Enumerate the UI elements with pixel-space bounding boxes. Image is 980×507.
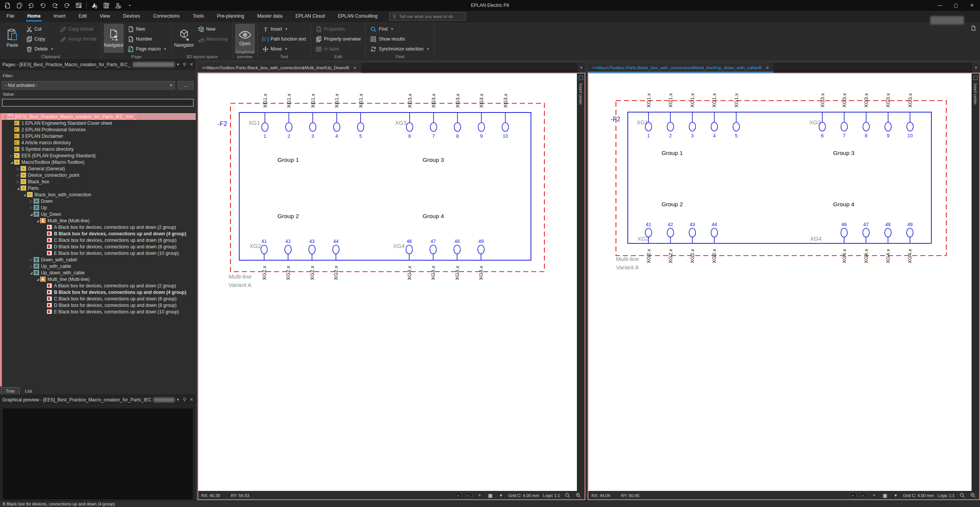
tree-item[interactable]: E Black box for devices, connections up … bbox=[2, 308, 196, 315]
schematic-canvas[interactable]: -F2XG11XG1.x2XG1.x3XG1.x4XG1.x5XG1.xXG36… bbox=[198, 73, 577, 491]
tree-item[interactable]: D Black box for devices, connections up … bbox=[2, 243, 196, 250]
ribbon-collapse-icon[interactable] bbox=[970, 25, 976, 31]
navigator-button[interactable]: Navigator bbox=[104, 24, 124, 53]
new-button[interactable]: New bbox=[125, 24, 169, 34]
caret-down-icon[interactable]: ▼ bbox=[892, 492, 899, 499]
zoom-lens-icon[interactable] bbox=[959, 492, 965, 499]
chevron-down-icon[interactable]: ▼ bbox=[168, 83, 175, 87]
expand-icon[interactable]: ▷ bbox=[29, 258, 34, 262]
find-button[interactable]: Find▼ bbox=[368, 24, 432, 34]
tree-item[interactable]: 3 EPLAN Disclaimer bbox=[2, 133, 196, 139]
tree-item[interactable]: ▷≡Black_box bbox=[2, 178, 196, 185]
minimize-button[interactable]: — bbox=[932, 0, 948, 11]
menu-home[interactable]: Home bbox=[21, 11, 47, 22]
tree-item[interactable]: E Black box for devices, connections up … bbox=[2, 250, 196, 256]
tell-me-search[interactable]: Tell me what you want to do bbox=[389, 12, 466, 21]
in-table-button[interactable]: In table bbox=[313, 44, 363, 54]
menu-eplan-cloud[interactable]: EPLAN Cloud bbox=[289, 11, 332, 22]
filter-combobox[interactable]: - Not activated - ▼ bbox=[2, 81, 175, 90]
editor-tab-active[interactable]: ==MacroToolbox.Parts.Black_box_with_conn… bbox=[588, 63, 774, 73]
copy-format-button[interactable]: Copy format bbox=[58, 24, 99, 34]
pin-icon[interactable]: ⚲ bbox=[183, 62, 186, 67]
assign-format-button[interactable]: Assign format bbox=[58, 34, 99, 44]
tree-item[interactable]: B Black box for devices, connections up … bbox=[2, 289, 196, 295]
insert-center-tab[interactable]: Insert center bbox=[577, 73, 585, 491]
copy-button[interactable]: Copy bbox=[24, 34, 56, 44]
expand-icon[interactable]: ▷ bbox=[29, 199, 34, 203]
filter-more-button[interactable]: ... bbox=[178, 81, 194, 90]
grid-style-icon[interactable]: ▦ bbox=[882, 492, 889, 499]
tab-tree[interactable]: Tree bbox=[1, 387, 20, 395]
expand-icon[interactable]: ◢ bbox=[3, 115, 8, 119]
close-tab-icon[interactable]: ✕ bbox=[766, 65, 769, 70]
close-icon[interactable]: ✕ bbox=[190, 397, 193, 402]
grid-style-icon[interactable]: ▦ bbox=[487, 492, 494, 499]
menu-tools[interactable]: Tools bbox=[186, 11, 211, 22]
expand-icon[interactable]: ▷ bbox=[29, 264, 34, 268]
tree-item[interactable]: ▷≡EES (EPLAN Engineering Standard) bbox=[2, 152, 196, 159]
wire-jump-alt-icon[interactable]: ∩: bbox=[466, 492, 472, 499]
expand-icon[interactable]: ▷ bbox=[16, 180, 21, 184]
menu-devices[interactable]: Devices bbox=[117, 11, 147, 22]
panel-menu-icon[interactable]: ▾ bbox=[177, 62, 179, 67]
open-button[interactable]: Open bbox=[235, 24, 255, 53]
menu-master-data[interactable]: Master data bbox=[251, 11, 289, 22]
move-button[interactable]: Move▼ bbox=[260, 44, 309, 54]
panel-menu-icon[interactable]: ▾ bbox=[177, 397, 179, 402]
pin-icon[interactable]: ⚲ bbox=[183, 397, 186, 402]
navigator-button[interactable]: Navigator bbox=[174, 24, 194, 53]
expand-icon[interactable]: ▷ bbox=[16, 167, 21, 171]
show-results-button[interactable]: Show results bbox=[368, 34, 432, 44]
tree-item[interactable]: A Black box for devices, connections up … bbox=[2, 224, 196, 230]
tree-item[interactable]: ◢&Multi_line (Multi-line) bbox=[2, 276, 196, 282]
editor-tab[interactable]: ==MacroToolbox.Parts.Black_box_with_conn… bbox=[198, 63, 361, 73]
path-function-text-button[interactable]: TPath function text bbox=[260, 34, 309, 44]
wire-jump-icon[interactable]: ∩ bbox=[455, 492, 462, 499]
tree-item[interactable]: 1 EPLAN Engineering Standard Cover sheet bbox=[2, 120, 196, 126]
properties-button[interactable]: Properties bbox=[313, 24, 363, 34]
close-icon[interactable]: ✕ bbox=[190, 62, 193, 67]
tree-item[interactable]: ▷#Down bbox=[2, 198, 196, 204]
wire-jump-icon[interactable]: ∩ bbox=[849, 492, 856, 499]
wire-jump-alt-icon[interactable]: ∩: bbox=[860, 492, 867, 499]
expand-icon[interactable]: ▷ bbox=[29, 206, 34, 210]
tree-item[interactable]: ▷#Up bbox=[2, 204, 196, 211]
zoom-lens-icon[interactable] bbox=[564, 492, 571, 499]
tree-item[interactable]: ◢≡Black_box_with_connection bbox=[2, 191, 196, 198]
new-button[interactable]: New bbox=[196, 24, 230, 34]
tab-list-dropdown[interactable]: ▼ bbox=[577, 63, 585, 73]
menu-eplan-consulting[interactable]: EPLAN Consulting bbox=[332, 11, 384, 22]
menu-view[interactable]: View bbox=[93, 11, 117, 22]
tree-item[interactable]: 5 Symbol macro directory bbox=[2, 146, 196, 152]
expand-icon[interactable]: ◢ bbox=[29, 271, 34, 275]
expand-icon[interactable]: ◢ bbox=[9, 160, 14, 164]
menu-insert[interactable]: Insert bbox=[47, 11, 72, 22]
page-macro-button[interactable]: Page macro▼ bbox=[125, 44, 169, 54]
value-input[interactable] bbox=[2, 99, 194, 107]
zoom-area-icon[interactable] bbox=[575, 492, 581, 499]
tab-list-dropdown[interactable]: ▼ bbox=[972, 63, 980, 73]
tree-item[interactable]: D Black box for devices, connections up … bbox=[2, 302, 196, 308]
tree-item[interactable]: ▷≡General (General) bbox=[2, 165, 196, 172]
expand-icon[interactable]: ▷ bbox=[16, 173, 21, 177]
menu-edit[interactable]: Edit bbox=[72, 11, 93, 22]
tree-item[interactable]: ◢≡MacroToolbox (Macro-Toolbox) bbox=[2, 159, 196, 165]
number-button[interactable]: 123Number bbox=[125, 34, 169, 44]
property-overview-button[interactable]: Property overview bbox=[313, 34, 363, 44]
cut-button[interactable]: Cut bbox=[24, 24, 56, 34]
maximize-button[interactable]: ▢ bbox=[948, 0, 964, 11]
delete-button[interactable]: Delete▼ bbox=[24, 44, 56, 54]
tree-item[interactable]: ▷≡Device_connection_point bbox=[2, 172, 196, 178]
expand-icon[interactable]: ◢ bbox=[35, 277, 40, 281]
schematic-canvas[interactable]: -F2XG11XG1.x2XG1.x3XG1.x4XG1.x5XG1.xXG36… bbox=[588, 73, 972, 491]
caret-down-icon[interactable]: ▼ bbox=[498, 492, 505, 499]
tab-list[interactable]: List bbox=[20, 388, 36, 395]
expand-icon[interactable]: ◢ bbox=[29, 212, 34, 216]
zoom-area-icon[interactable] bbox=[969, 492, 976, 499]
expand-icon[interactable]: ▷ bbox=[9, 154, 14, 158]
insert-center-tab[interactable]: Insert center bbox=[972, 73, 979, 491]
snap-target-icon[interactable]: ⌖ bbox=[476, 492, 483, 499]
tree-item[interactable]: C Black box for devices, connections up … bbox=[2, 237, 196, 243]
paste-button[interactable]: Paste bbox=[2, 24, 22, 53]
tree-item[interactable]: ▷#Down_with_cabel bbox=[2, 256, 196, 263]
